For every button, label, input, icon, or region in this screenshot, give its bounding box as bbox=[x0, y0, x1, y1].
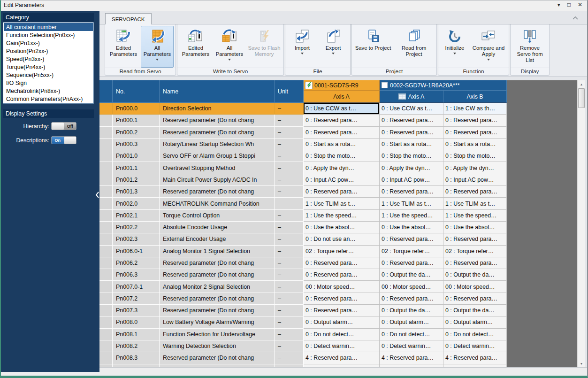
param-value-cell[interactable]: 02 : Torque refer… bbox=[380, 246, 443, 257]
row-selector[interactable] bbox=[99, 162, 113, 174]
sidebar-item-category-3[interactable]: Position(Pn2xx-) bbox=[4, 47, 93, 55]
param-value-cell[interactable]: 00 : Motor speed… bbox=[443, 281, 507, 293]
param-value-cell[interactable]: 02 : Torque refer… bbox=[443, 246, 507, 257]
param-name-cell[interactable]: MECHATROLINK Command Position bbox=[160, 198, 275, 209]
window-menu-icon[interactable]: ▾ bbox=[557, 1, 560, 8]
row-selector[interactable] bbox=[99, 186, 113, 198]
param-name-cell[interactable]: Warning Detection Selection bbox=[160, 340, 275, 352]
param-value-cell[interactable]: 0 : Start as a rota… bbox=[380, 139, 443, 150]
param-value-cell[interactable]: 0 : Reserved para… bbox=[304, 257, 380, 269]
row-selector[interactable] bbox=[99, 210, 113, 222]
param-value-cell[interactable]: 0 : Do not detect… bbox=[380, 329, 443, 340]
sidebar-item-category-7[interactable]: I/O Sign bbox=[4, 79, 93, 87]
param-value-cell[interactable]: 0 : Reserved para… bbox=[443, 257, 507, 269]
row-selector[interactable] bbox=[99, 316, 113, 328]
param-value-cell[interactable]: 0 : Use CCW as t… bbox=[304, 103, 380, 115]
sidebar-item-category-0[interactable]: All constant number bbox=[4, 23, 93, 31]
param-unit-cell[interactable]: – bbox=[275, 115, 304, 126]
write-edited-parameters-button[interactable]: Edited Parameters bbox=[179, 26, 212, 68]
read-edited-parameters-button[interactable]: Edited Parameters bbox=[107, 26, 140, 68]
dropdown-arrow-icon[interactable] bbox=[487, 59, 490, 61]
close-icon[interactable]: ✕ bbox=[578, 1, 582, 8]
param-value-cell[interactable]: 0 : Detect warnin… bbox=[443, 340, 507, 352]
param-value-cell[interactable]: 0 : Output the da… bbox=[443, 305, 507, 316]
param-value-cell[interactable]: 0 : Input AC pow… bbox=[443, 174, 507, 186]
row-selector[interactable] bbox=[99, 281, 113, 293]
row-selector[interactable] bbox=[99, 222, 113, 233]
compare-and-apply-button[interactable]: Compare and Apply bbox=[470, 26, 507, 68]
scrollbar-thumb[interactable] bbox=[578, 88, 585, 108]
param-value-cell[interactable]: 0 : Output alarm… bbox=[304, 316, 380, 328]
servo-header-2[interactable]: 0002-SGD7W-1R6A20A*** bbox=[380, 80, 507, 91]
hierarchy-toggle[interactable]: Off bbox=[51, 122, 76, 130]
row-selector[interactable] bbox=[99, 103, 113, 115]
param-no-cell[interactable]: Pn000.3 bbox=[113, 139, 160, 150]
param-unit-cell[interactable]: – bbox=[275, 269, 304, 281]
axis-header-servo1-a[interactable]: Axis A bbox=[304, 91, 380, 103]
param-value-cell[interactable]: 0 : Output the da… bbox=[380, 269, 443, 281]
param-no-cell[interactable]: Pn000.1 bbox=[113, 115, 160, 126]
row-selector[interactable] bbox=[99, 127, 113, 139]
servo-checkbox-icon[interactable] bbox=[382, 82, 388, 88]
param-no-cell[interactable]: Pn008.0 bbox=[113, 316, 160, 328]
param-unit-cell[interactable]: – bbox=[275, 246, 304, 257]
param-value-cell[interactable]: 0 : Do not use an… bbox=[304, 233, 380, 245]
param-value-cell[interactable]: 0 : Stop the moto… bbox=[304, 150, 380, 162]
param-value-cell[interactable]: 0 : Use the absol… bbox=[380, 222, 443, 233]
param-unit-cell[interactable]: – bbox=[275, 174, 304, 186]
read-from-project-button[interactable]: Read from Project bbox=[393, 26, 435, 68]
param-no-cell[interactable]: Pn000.0 bbox=[113, 103, 160, 115]
row-selector[interactable] bbox=[99, 269, 113, 281]
param-unit-cell[interactable]: – bbox=[275, 316, 304, 328]
row-selector[interactable] bbox=[99, 174, 113, 186]
vertical-scrollbar[interactable]: ▲ ▼ bbox=[577, 80, 585, 367]
sidebar-item-category-6[interactable]: Sequence(Pn5xx-) bbox=[4, 71, 93, 79]
param-value-cell[interactable]: 0 : Reserved para… bbox=[380, 233, 443, 245]
param-name-cell[interactable]: Reserved parameter (Do not chang bbox=[160, 269, 275, 281]
param-value-cell[interactable]: 0 : Use the absol… bbox=[443, 222, 507, 233]
param-no-cell[interactable]: Pn008.2 bbox=[113, 340, 160, 352]
param-no-cell[interactable]: Pn006.2 bbox=[113, 257, 160, 269]
sidebar-item-category-1[interactable]: Function Selection(Pn0xx-) bbox=[4, 31, 93, 39]
param-unit-cell[interactable]: – bbox=[275, 281, 304, 293]
axis-header-servo2-b[interactable]: Axis B bbox=[443, 91, 507, 103]
dropdown-arrow-icon[interactable] bbox=[453, 53, 456, 54]
param-value-cell[interactable]: 0 : Reserved para… bbox=[443, 186, 507, 198]
param-name-cell[interactable]: Torque Control Option bbox=[160, 210, 275, 222]
param-no-cell[interactable]: Pn002.0 bbox=[113, 198, 160, 209]
param-value-cell[interactable]: 0 : Reserved para… bbox=[443, 115, 507, 126]
param-value-cell[interactable]: 0 : Reserved para… bbox=[304, 127, 380, 139]
param-unit-cell[interactable]: – bbox=[275, 340, 304, 352]
param-unit-cell[interactable]: – bbox=[275, 257, 304, 269]
param-value-cell[interactable]: 4 : Reserved para… bbox=[380, 352, 443, 364]
read-all-parameters-button[interactable]: All Parameters bbox=[141, 26, 174, 68]
row-selector[interactable] bbox=[99, 198, 113, 209]
param-value-cell[interactable]: 0 : Reserved para… bbox=[304, 115, 380, 126]
param-value-cell[interactable]: 0 : Use CCW as t… bbox=[380, 103, 443, 115]
param-no-cell[interactable]: Pn006.3 bbox=[113, 269, 160, 281]
param-value-cell[interactable]: 0 : Input AC pow… bbox=[380, 174, 443, 186]
param-value-cell[interactable]: 0 : Detect warnin… bbox=[304, 340, 380, 352]
param-unit-cell[interactable]: – bbox=[275, 162, 304, 174]
param-value-cell[interactable]: 0 : Reserved para… bbox=[443, 233, 507, 245]
param-value-cell[interactable]: 0 : Apply the dyn… bbox=[443, 162, 507, 174]
servo-header-1[interactable]: 0001-SGD7S-R9 bbox=[304, 80, 380, 91]
param-no-cell[interactable]: Pn006.0-1 bbox=[113, 246, 160, 257]
param-name-cell[interactable]: Reserved parameter (Do not chang bbox=[160, 186, 275, 198]
param-no-cell[interactable]: Pn001.2 bbox=[113, 174, 160, 186]
param-value-cell[interactable]: 0 : Reserved para… bbox=[304, 293, 380, 305]
param-unit-cell[interactable]: – bbox=[275, 103, 304, 115]
row-selector[interactable] bbox=[99, 305, 113, 316]
param-value-cell[interactable]: 0 : Stop the moto… bbox=[443, 150, 507, 162]
row-selector[interactable] bbox=[99, 329, 113, 340]
param-value-cell[interactable]: 0 : Stop the moto… bbox=[380, 150, 443, 162]
param-name-cell[interactable]: Analog Monitor 2 Signal Selection bbox=[160, 281, 275, 293]
param-name-cell[interactable]: Reserved parameter (Do not chang bbox=[160, 127, 275, 139]
param-no-cell[interactable]: Pn007.2 bbox=[113, 293, 160, 305]
import-button[interactable]: Import bbox=[287, 26, 317, 68]
param-unit-cell[interactable]: – bbox=[275, 127, 304, 139]
axis-header-servo2-a[interactable]: Axis A bbox=[380, 91, 443, 103]
column-header-name[interactable]: Name bbox=[160, 80, 275, 103]
param-unit-cell[interactable]: – bbox=[275, 233, 304, 245]
param-name-cell[interactable]: Reserved parameter (Do not chang bbox=[160, 257, 275, 269]
